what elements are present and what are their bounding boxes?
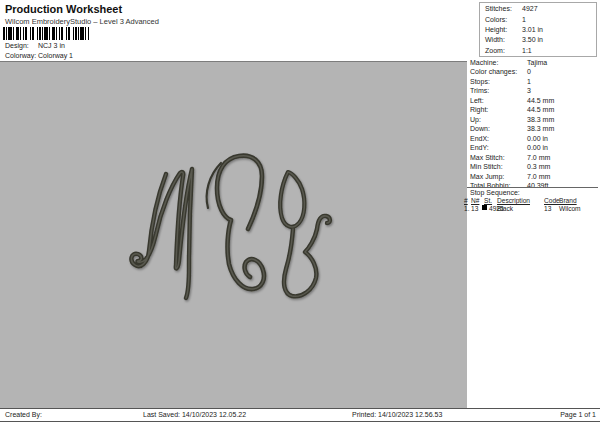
info-right: Right:44.5 mm [470,106,598,116]
page-title: Production Worksheet [5,3,122,15]
stat-stitches: Stitches:4927 [485,5,596,13]
info-left: Left:44.5 mm [470,97,598,107]
info-endx: EndX:0.00 in [470,135,598,145]
info-trims: Trims:3 [470,87,598,97]
stat-height: Height:3.01 in [485,26,596,34]
stop-sequence-table: # N# St. Description Code Brand 1. 13 49… [463,197,600,213]
info-min-stitch: Min Stitch:0.3 mm [470,163,598,173]
footer-divider [0,408,600,409]
stat-colors: Colors:1 [485,16,596,24]
footer-created-by: Created By: [5,411,42,418]
monogram-design [0,62,467,408]
footer-printed: Printed: 14/10/2023 12.56.53 [352,411,442,418]
design-label: Design: [5,42,29,49]
monogram-letter-c [217,156,264,289]
stat-zoom: Zoom:1:1 [485,47,596,55]
design-stats-panel: Stitches:4927 Colors:1 Height:3.01 in Wi… [479,2,597,57]
design-barcode [3,27,89,40]
design-value: NCJ 3 in [38,42,65,49]
app-subtitle: Wilcom EmbroideryStudio – Level 3 Advanc… [5,17,159,26]
info-stops: Stops:1 [470,78,598,88]
stop-sequence-title: Stop Sequence: [470,189,520,196]
info-machine: Machine:Tajima [470,59,598,69]
info-max-jump: Max Jump:7.0 mm [470,173,598,183]
machine-info-panel: Machine:Tajima Color changes:0 Stops:1 T… [470,59,598,192]
colorway-value: Colorway 1 [38,52,73,59]
design-name-row: Design: NCJ 3 in [5,42,125,49]
footer-bottom-rule [0,421,600,422]
stop-sequence-header: # N# St. Description Code Brand [463,197,600,205]
colorway-label: Colorway: [5,52,36,59]
info-endy: EndY:0.00 in [470,144,598,154]
info-down: Down:38.3 mm [470,125,598,135]
footer-page-number: Page 1 of 1 [560,411,596,418]
stop-sequence-row: 1. 13 4925 Black 13 Wilcom [463,205,600,213]
info-max-stitch: Max Stitch:7.0 mm [470,154,598,164]
production-worksheet-page: Production Worksheet Wilcom EmbroiderySt… [0,0,600,424]
thread-color-swatch [482,205,487,210]
footer-last-saved: Last Saved: 14/10/2023 12.05.22 [143,411,246,418]
info-up: Up:38.3 mm [470,116,598,126]
stat-width: Width:3.50 in [485,36,596,44]
info-color-changes: Color changes:0 [470,68,598,78]
design-canvas [0,61,467,408]
stop-sequence-divider [467,187,598,188]
colorway-row: Colorway: Colorway 1 [5,52,125,59]
